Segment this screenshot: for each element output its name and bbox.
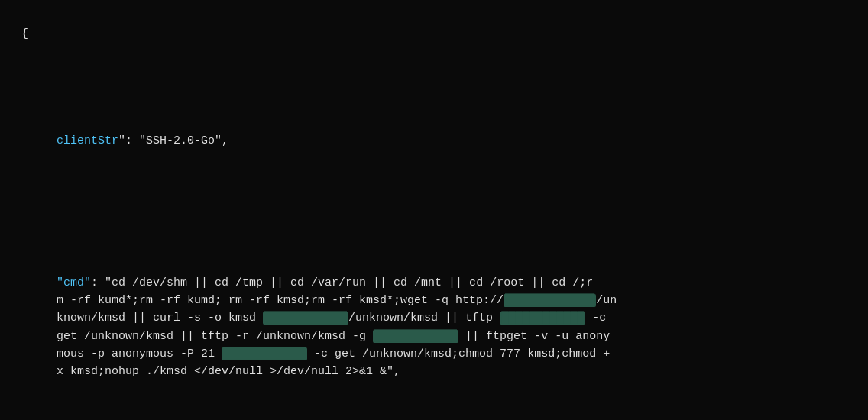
key-clientStr: clientStr xyxy=(57,134,118,147)
redacted-ip-1: █████████████ xyxy=(504,294,596,307)
value-clientStr: "SSH-2.0-Go", xyxy=(139,134,228,147)
redacted-ip-3: ████████████ xyxy=(500,312,585,325)
value-cmd: "cd /dev/shm || cd /tmp || cd /var/run |… xyxy=(29,276,617,378)
redacted-ip-2: ████████████ xyxy=(263,312,348,325)
field-clientStr: clientStr": "SSH-2.0-Go", xyxy=(8,115,856,168)
key-cmd: "cmd" xyxy=(57,276,91,289)
json-output: { clientStr": "SSH-2.0-Go", "cmd": "cd /… xyxy=(8,8,856,420)
field-cmd: "cmd": "cd /dev/shm || cd /tmp || cd /va… xyxy=(8,257,856,399)
redacted-ip-5: ████████████ xyxy=(222,347,307,360)
redacted-ip-4: ████████████ xyxy=(373,330,458,343)
open-brace: { xyxy=(21,27,28,40)
